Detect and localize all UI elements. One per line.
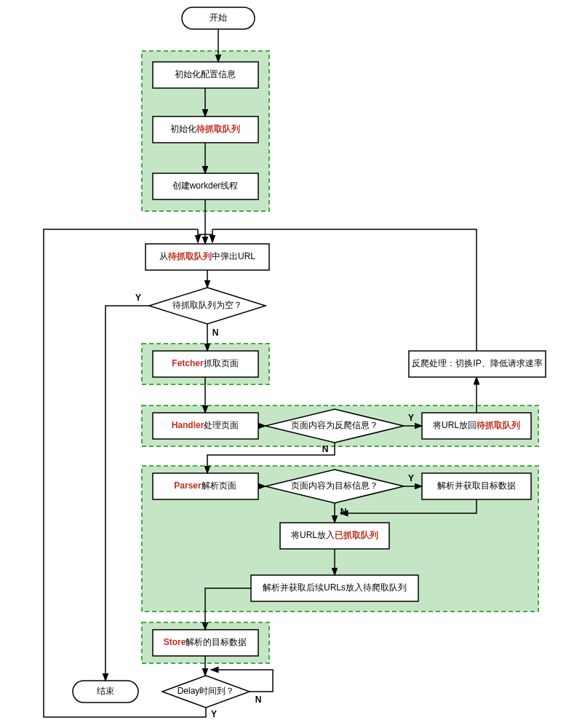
text-d-anti: 页面内容为反爬信息？ xyxy=(291,420,378,430)
label-y: Y xyxy=(211,709,217,719)
text-parse-next: 解析并获取后续URLs放入待爬取队列 xyxy=(263,582,407,593)
text-d-target: 页面内容为目标信息？ xyxy=(291,480,378,491)
text-get-target: 解析并获取目标数据 xyxy=(437,480,516,491)
text-handler: Handler处理页面 xyxy=(172,420,239,430)
text-anti: 反爬处理：切换IP、降低请求速率 xyxy=(412,358,542,368)
text-start: 开始 xyxy=(210,12,227,23)
text-parser: Parser解析页面 xyxy=(174,480,236,491)
label-n: N xyxy=(340,507,347,517)
text-end: 结束 xyxy=(97,686,114,696)
text-init-cfg: 初始化配置信息 xyxy=(175,69,236,79)
text-fetcher: Fetcher抓取页面 xyxy=(172,358,238,368)
text-d-delay: Delay时间到？ xyxy=(178,686,235,696)
text-create-worker: 创建workder线程 xyxy=(172,181,239,191)
label-n: N xyxy=(255,695,262,705)
text-putback: 将URL放回待抓取队列 xyxy=(432,420,520,430)
label-n: N xyxy=(322,444,329,454)
label-y: Y xyxy=(408,473,414,483)
label-y: Y xyxy=(408,413,414,423)
text-init-queue: 初始化待抓取队列 xyxy=(170,124,240,134)
text-d-empty: 待抓取队列为空？ xyxy=(172,300,242,310)
text-put-done: 将URL放入已抓取队列 xyxy=(290,530,378,540)
label-n: N xyxy=(212,328,219,338)
text-store: Store解析的目标数据 xyxy=(164,637,247,647)
text-pop: 从待抓取队列中弹出URL xyxy=(159,251,255,261)
label-y: Y xyxy=(135,293,141,303)
